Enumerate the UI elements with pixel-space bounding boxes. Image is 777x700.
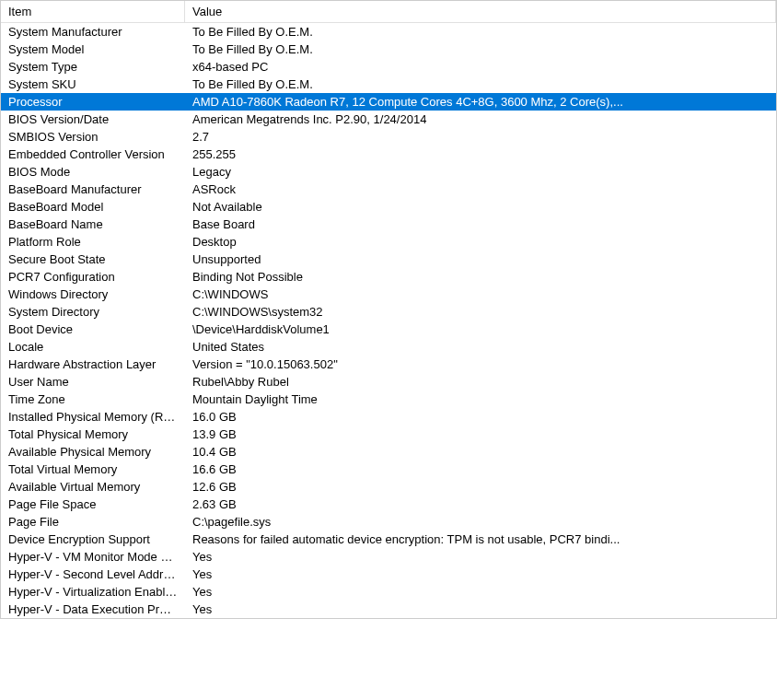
row-item-label: Locale xyxy=(1,338,185,356)
table-row[interactable]: System DirectoryC:\WINDOWS\system32 xyxy=(1,303,776,321)
row-item-label: PCR7 Configuration xyxy=(1,268,185,286)
system-info-list: Item Value System ManufacturerTo Be Fill… xyxy=(0,0,777,619)
row-item-label: Page File xyxy=(1,513,185,531)
row-item-value: Yes xyxy=(185,566,776,583)
table-row[interactable]: Available Physical Memory10.4 GB xyxy=(1,443,776,461)
table-row[interactable]: Platform RoleDesktop xyxy=(1,233,776,251)
row-item-value: Yes xyxy=(185,548,776,566)
row-item-value: AMD A10-7860K Radeon R7, 12 Compute Core… xyxy=(185,93,776,111)
table-row[interactable]: Installed Physical Memory (RAM)16.0 GB xyxy=(1,408,776,426)
row-item-label: Hyper-V - Data Execution Prote... xyxy=(1,601,185,618)
table-row[interactable]: Hyper-V - Virtualization Enable...Yes xyxy=(1,583,776,601)
row-item-value: Mountain Daylight Time xyxy=(185,391,776,408)
row-item-label: Processor xyxy=(1,93,185,111)
table-row[interactable]: Total Virtual Memory16.6 GB xyxy=(1,461,776,478)
row-item-value: C:\WINDOWS xyxy=(185,286,776,303)
row-item-label: BaseBoard Manufacturer xyxy=(1,181,185,198)
table-row[interactable]: Boot Device\Device\HarddiskVolume1 xyxy=(1,321,776,338)
row-item-label: Available Physical Memory xyxy=(1,443,185,461)
table-row[interactable]: BIOS ModeLegacy xyxy=(1,163,776,181)
row-item-label: BaseBoard Model xyxy=(1,198,185,216)
row-item-label: Platform Role xyxy=(1,233,185,251)
row-item-label: Available Virtual Memory xyxy=(1,478,185,496)
table-row[interactable]: BIOS Version/DateAmerican Megatrends Inc… xyxy=(1,111,776,128)
row-item-label: BIOS Mode xyxy=(1,163,185,181)
row-item-label: SMBIOS Version xyxy=(1,128,185,146)
row-item-value: American Megatrends Inc. P2.90, 1/24/201… xyxy=(185,111,776,128)
table-row[interactable]: System ModelTo Be Filled By O.E.M. xyxy=(1,41,776,58)
table-row[interactable]: Device Encryption SupportReasons for fai… xyxy=(1,531,776,548)
row-item-value: 16.6 GB xyxy=(185,461,776,478)
row-item-label: System Manufacturer xyxy=(1,23,185,41)
row-item-label: System SKU xyxy=(1,76,185,93)
row-item-label: Windows Directory xyxy=(1,286,185,303)
row-item-label: Page File Space xyxy=(1,496,185,513)
row-item-label: System Type xyxy=(1,58,185,76)
list-header: Item Value xyxy=(1,1,776,23)
row-item-label: Total Physical Memory xyxy=(1,426,185,443)
row-item-value: Yes xyxy=(185,583,776,601)
row-item-value: 2.7 xyxy=(185,128,776,146)
row-item-value: 16.0 GB xyxy=(185,408,776,426)
row-item-value: x64-based PC xyxy=(185,58,776,76)
row-item-label: Boot Device xyxy=(1,321,185,338)
table-row[interactable]: System ManufacturerTo Be Filled By O.E.M… xyxy=(1,23,776,41)
row-item-value: Yes xyxy=(185,601,776,618)
table-row[interactable]: BaseBoard ManufacturerASRock xyxy=(1,181,776,198)
row-item-value: Unsupported xyxy=(185,251,776,268)
row-item-label: System Directory xyxy=(1,303,185,321)
table-row[interactable]: BaseBoard ModelNot Available xyxy=(1,198,776,216)
row-item-value: Version = "10.0.15063.502" xyxy=(185,356,776,373)
row-item-label: Device Encryption Support xyxy=(1,531,185,548)
table-row[interactable]: Available Virtual Memory12.6 GB xyxy=(1,478,776,496)
table-row[interactable]: Secure Boot StateUnsupported xyxy=(1,251,776,268)
table-row[interactable]: ProcessorAMD A10-7860K Radeon R7, 12 Com… xyxy=(1,93,776,111)
row-item-value: Binding Not Possible xyxy=(185,268,776,286)
row-item-label: Secure Boot State xyxy=(1,251,185,268)
row-item-label: Hyper-V - Virtualization Enable... xyxy=(1,583,185,601)
table-row[interactable]: Time ZoneMountain Daylight Time xyxy=(1,391,776,408)
row-item-value: To Be Filled By O.E.M. xyxy=(185,41,776,58)
row-item-value: C:\pagefile.sys xyxy=(185,513,776,531)
row-item-label: Hyper-V - VM Monitor Mode E... xyxy=(1,548,185,566)
row-item-label: BIOS Version/Date xyxy=(1,111,185,128)
row-item-label: Hardware Abstraction Layer xyxy=(1,356,185,373)
table-row[interactable]: SMBIOS Version2.7 xyxy=(1,128,776,146)
row-item-value: To Be Filled By O.E.M. xyxy=(185,23,776,41)
table-row[interactable]: System SKUTo Be Filled By O.E.M. xyxy=(1,76,776,93)
header-value[interactable]: Value xyxy=(185,1,776,22)
row-item-value: 255.255 xyxy=(185,146,776,163)
row-item-value: To Be Filled By O.E.M. xyxy=(185,76,776,93)
table-row[interactable]: Hyper-V - Data Execution Prote...Yes xyxy=(1,601,776,618)
table-row[interactable]: Windows DirectoryC:\WINDOWS xyxy=(1,286,776,303)
table-row[interactable]: BaseBoard NameBase Board xyxy=(1,216,776,233)
row-item-value: C:\WINDOWS\system32 xyxy=(185,303,776,321)
row-item-value: Desktop xyxy=(185,233,776,251)
row-item-value: 2.63 GB xyxy=(185,496,776,513)
row-item-value: 12.6 GB xyxy=(185,478,776,496)
table-row[interactable]: Hyper-V - Second Level Addres...Yes xyxy=(1,566,776,583)
table-row[interactable]: System Typex64-based PC xyxy=(1,58,776,76)
table-row[interactable]: User NameRubel\Abby Rubel xyxy=(1,373,776,391)
list-body: System ManufacturerTo Be Filled By O.E.M… xyxy=(1,23,776,618)
row-item-value: Not Available xyxy=(185,198,776,216)
row-item-label: BaseBoard Name xyxy=(1,216,185,233)
row-item-value: \Device\HarddiskVolume1 xyxy=(185,321,776,338)
table-row[interactable]: Page File Space2.63 GB xyxy=(1,496,776,513)
row-item-value: United States xyxy=(185,338,776,356)
table-row[interactable]: PCR7 ConfigurationBinding Not Possible xyxy=(1,268,776,286)
table-row[interactable]: Hardware Abstraction LayerVersion = "10.… xyxy=(1,356,776,373)
row-item-value: 10.4 GB xyxy=(185,443,776,461)
row-item-label: Time Zone xyxy=(1,391,185,408)
row-item-value: Reasons for failed automatic device encr… xyxy=(185,531,776,548)
row-item-label: Installed Physical Memory (RAM) xyxy=(1,408,185,426)
header-item[interactable]: Item xyxy=(1,1,185,22)
row-item-label: Embedded Controller Version xyxy=(1,146,185,163)
table-row[interactable]: Hyper-V - VM Monitor Mode E...Yes xyxy=(1,548,776,566)
table-row[interactable]: LocaleUnited States xyxy=(1,338,776,356)
row-item-label: Hyper-V - Second Level Addres... xyxy=(1,566,185,583)
table-row[interactable]: Embedded Controller Version255.255 xyxy=(1,146,776,163)
table-row[interactable]: Page FileC:\pagefile.sys xyxy=(1,513,776,531)
table-row[interactable]: Total Physical Memory13.9 GB xyxy=(1,426,776,443)
row-item-value: Base Board xyxy=(185,216,776,233)
